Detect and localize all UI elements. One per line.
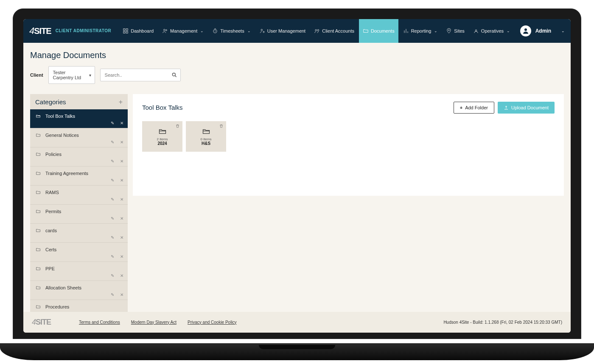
button-label: Add Folder xyxy=(465,105,488,110)
svg-point-5 xyxy=(165,29,167,31)
terms-link[interactable]: Terms and Conditions xyxy=(79,320,120,325)
nav-sites[interactable]: Sites xyxy=(442,19,468,43)
upload-document-button[interactable]: Upload Document xyxy=(498,102,555,114)
category-label: Permits xyxy=(45,209,61,214)
avatar-icon xyxy=(520,25,531,36)
nav-client-accounts[interactable]: Client Accounts xyxy=(310,19,358,43)
chevron-down-icon: ⌄ xyxy=(247,29,251,33)
button-label: Upload Document xyxy=(511,105,549,110)
nav-label: Client Accounts xyxy=(322,28,354,33)
chevron-down-icon: ⌄ xyxy=(561,29,565,33)
plus-icon: + xyxy=(460,105,462,110)
folder-name: H&S xyxy=(202,141,210,146)
folder-count: 2 items xyxy=(157,137,168,141)
nav-reporting[interactable]: Reporting ⌄ xyxy=(399,19,442,43)
category-item[interactable]: cards ✎✕ xyxy=(30,223,128,242)
user-name: Admin xyxy=(535,28,551,34)
edit-icon[interactable]: ✎ xyxy=(111,273,114,278)
close-icon[interactable]: ✕ xyxy=(120,273,123,278)
category-item[interactable]: PPE ✎✕ xyxy=(30,261,128,281)
edit-icon[interactable]: ✎ xyxy=(111,254,114,259)
close-icon[interactable]: ✕ xyxy=(120,254,123,259)
folder-icon xyxy=(35,247,41,252)
folder-icon xyxy=(35,209,41,214)
category-item[interactable]: RAMS ✎✕ xyxy=(30,185,128,204)
svg-rect-1 xyxy=(126,28,128,30)
role-label: CLIENT ADMINISTRATOR xyxy=(56,28,111,33)
helmet-icon xyxy=(473,28,479,34)
privacy-link[interactable]: Privacy and Cookie Policy xyxy=(188,320,237,325)
folder-icon xyxy=(363,28,369,34)
folder-icon xyxy=(35,285,41,290)
nav-timesheets[interactable]: Timesheets ⌄ xyxy=(208,19,254,43)
client-select[interactable]: Tester Carpentry Ltd xyxy=(48,66,95,84)
folder-card[interactable]: 2 items 2024 xyxy=(142,121,182,152)
nav-dashboard[interactable]: Dashboard xyxy=(119,19,157,43)
close-icon[interactable]: ✕ xyxy=(120,159,123,164)
folder-card[interactable]: 0 items H&S xyxy=(186,121,226,152)
nav-documents[interactable]: Documents xyxy=(359,19,398,43)
edit-icon[interactable]: ✎ xyxy=(111,216,114,221)
trash-icon[interactable] xyxy=(175,124,180,128)
user-menu[interactable]: Admin ⌄ xyxy=(520,25,565,36)
add-category-button[interactable]: + xyxy=(119,98,123,106)
edit-icon[interactable]: ✎ xyxy=(111,197,114,202)
nav-management[interactable]: Management ⌄ xyxy=(158,19,207,43)
nav-label: Reporting xyxy=(411,28,431,33)
nav-label: Management xyxy=(170,28,197,33)
chevron-down-icon: ⌄ xyxy=(200,29,204,33)
edit-icon[interactable]: ✎ xyxy=(111,178,114,183)
folder-icon xyxy=(35,152,41,157)
category-item[interactable]: Certs ✎✕ xyxy=(30,242,128,261)
topbar: 4SITE CLIENT ADMINISTRATOR Dashboard Man… xyxy=(23,19,571,43)
category-item[interactable]: Allocation Sheets ✎✕ xyxy=(30,281,128,300)
category-item[interactable]: Procedures ✎✕ xyxy=(30,300,128,312)
main-panel: Tool Box Talks + Add Folder Upload Docum… xyxy=(133,94,564,196)
close-icon[interactable]: ✕ xyxy=(120,178,123,183)
close-icon[interactable]: ✕ xyxy=(120,311,123,312)
nav-operatives[interactable]: Operatives ⌄ xyxy=(469,19,514,43)
category-item[interactable]: Tool Box Talks ✎✕ xyxy=(30,109,128,128)
category-label: General Notices xyxy=(45,133,79,138)
add-folder-button[interactable]: + Add Folder xyxy=(454,102,494,114)
svg-point-13 xyxy=(524,28,527,31)
categories-sidebar: Categories + Tool Box Talks ✎✕ General N… xyxy=(30,94,128,312)
close-icon[interactable]: ✕ xyxy=(120,235,123,240)
close-icon[interactable]: ✕ xyxy=(120,197,123,202)
folder-icon xyxy=(35,190,41,195)
category-label: Training Agreements xyxy=(45,171,88,176)
category-label: Allocation Sheets xyxy=(45,285,81,290)
nav-label: User Management xyxy=(267,28,306,33)
category-item[interactable]: General Notices ✎✕ xyxy=(30,128,128,147)
search-input[interactable] xyxy=(100,69,181,81)
category-item[interactable]: Permits ✎✕ xyxy=(30,204,128,223)
close-icon[interactable]: ✕ xyxy=(120,140,123,144)
category-label: Procedures xyxy=(45,304,69,309)
folder-open-icon xyxy=(157,127,168,136)
close-icon[interactable]: ✕ xyxy=(120,292,123,297)
category-label: Certs xyxy=(45,247,56,252)
close-icon[interactable]: ✕ xyxy=(120,216,123,221)
nav-user-management[interactable]: User Management xyxy=(255,19,310,43)
category-item[interactable]: Policies ✎✕ xyxy=(30,147,128,166)
edit-icon[interactable]: ✎ xyxy=(111,121,114,125)
folder-icon xyxy=(35,266,41,271)
nav-label: Operatives xyxy=(481,28,504,33)
close-icon[interactable]: ✕ xyxy=(120,121,123,125)
edit-icon[interactable]: ✎ xyxy=(111,159,114,164)
upload-icon xyxy=(504,105,509,110)
edit-icon[interactable]: ✎ xyxy=(111,292,114,297)
panel-title: Tool Box Talks xyxy=(142,104,183,111)
edit-icon[interactable]: ✎ xyxy=(111,140,114,144)
nav-label: Sites xyxy=(454,28,464,33)
slavery-link[interactable]: Modern Day Slavery Act xyxy=(131,320,177,325)
footer: 4SITE Terms and Conditions Modern Day Sl… xyxy=(23,312,571,333)
svg-point-10 xyxy=(317,29,319,31)
trash-icon[interactable] xyxy=(219,124,224,128)
folder-icon xyxy=(35,171,41,176)
edit-icon[interactable]: ✎ xyxy=(111,311,114,312)
svg-point-11 xyxy=(448,30,449,31)
category-item[interactable]: Training Agreements ✎✕ xyxy=(30,166,128,185)
edit-icon[interactable]: ✎ xyxy=(111,235,114,240)
svg-rect-0 xyxy=(123,28,125,30)
